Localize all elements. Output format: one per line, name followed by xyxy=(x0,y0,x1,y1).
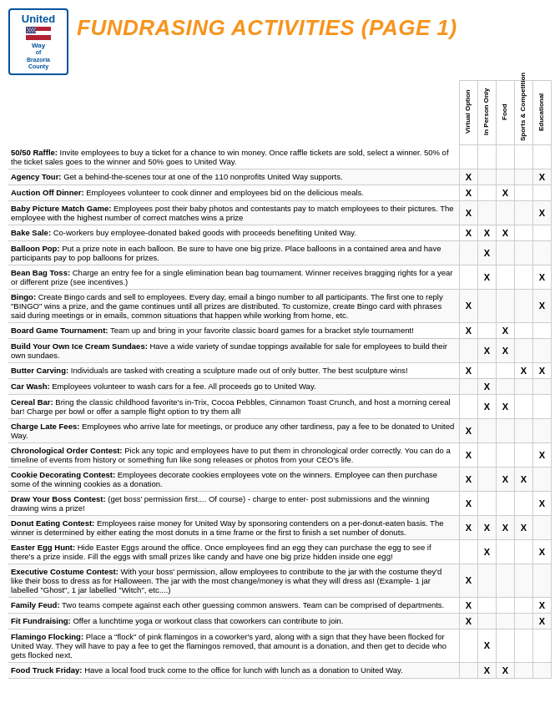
activity-cell: Family Feud: Two teams compete against e… xyxy=(8,597,460,613)
header: United xyxy=(8,8,552,75)
activity-title: Auction Off Dinner: xyxy=(11,188,84,197)
inperson-check xyxy=(478,597,497,613)
food-check: X xyxy=(497,185,515,200)
check-mark: X xyxy=(484,346,490,356)
inperson-check: X xyxy=(478,515,497,539)
svg-rect-3 xyxy=(26,35,51,40)
check-mark: X xyxy=(521,366,527,376)
table-row: Balloon Pop: Put a prize note in each ba… xyxy=(8,240,552,265)
educational-check xyxy=(533,515,552,539)
activity-desc: Co-workers buy employee-donated baked go… xyxy=(51,228,356,237)
activity-desc: Bring the classic childhood favorite's i… xyxy=(11,397,451,416)
virtual-check: X xyxy=(460,564,478,597)
activity-title: Baby Picture Match Game: xyxy=(11,204,111,213)
activity-desc: Create Bingo cards and sell to employees… xyxy=(11,292,443,320)
inperson-label: In Person Only xyxy=(483,83,491,141)
inperson-check xyxy=(478,491,497,515)
educational-check xyxy=(533,225,552,240)
svg-point-6 xyxy=(29,28,31,29)
food-check: X xyxy=(497,338,515,362)
educational-check xyxy=(533,564,552,597)
sports-check xyxy=(515,240,533,265)
food-label: Food xyxy=(502,83,509,141)
activity-cell: 50/50 Raffle: Invite employees to buy a … xyxy=(8,145,460,169)
activity-cell: Bingo: Create Bingo cards and sell to em… xyxy=(8,289,460,322)
svg-point-13 xyxy=(29,31,31,33)
activity-cell: Charge Late Fees: Employees who arrive l… xyxy=(8,418,460,442)
inperson-check xyxy=(478,185,497,200)
food-check xyxy=(497,613,515,629)
educational-check: X xyxy=(533,200,552,225)
educational-check: X xyxy=(533,442,552,467)
table-row: Auction Off Dinner: Employees volunteer … xyxy=(8,185,552,200)
sports-check xyxy=(515,169,533,185)
virtual-check xyxy=(460,539,478,564)
check-mark: X xyxy=(466,474,472,484)
food-check xyxy=(497,362,515,378)
check-mark: X xyxy=(466,188,472,198)
sports-check xyxy=(515,394,533,418)
inperson-check xyxy=(478,322,497,338)
inperson-check xyxy=(478,418,497,442)
sports-check xyxy=(515,564,533,597)
activity-desc: Team up and bring in your favorite class… xyxy=(108,326,413,335)
virtual-check xyxy=(460,145,478,169)
sports-check xyxy=(515,322,533,338)
sports-check: X xyxy=(515,467,533,491)
svg-point-12 xyxy=(27,31,28,33)
activity-cell: Cookie Decorating Contest: Employees dec… xyxy=(8,467,460,491)
inperson-check xyxy=(478,442,497,467)
check-mark: X xyxy=(466,616,472,626)
svg-point-9 xyxy=(28,29,30,31)
check-mark: X xyxy=(466,326,472,336)
activity-desc: Employees volunteer to cook dinner and e… xyxy=(84,188,364,197)
check-mark: X xyxy=(502,474,508,484)
check-mark: X xyxy=(484,640,490,650)
food-check xyxy=(497,145,515,169)
check-mark: X xyxy=(539,600,545,610)
sports-check xyxy=(515,225,533,240)
inperson-check: X xyxy=(478,394,497,418)
table-row: Fit Fundraising: Offer a lunchtime yoga … xyxy=(8,613,552,629)
check-mark: X xyxy=(502,188,508,198)
inperson-check: X xyxy=(478,225,497,240)
inperson-check xyxy=(478,613,497,629)
check-mark: X xyxy=(539,547,545,557)
inperson-check xyxy=(478,467,497,491)
check-mark: X xyxy=(466,208,472,218)
check-mark: X xyxy=(484,547,490,557)
activity-cell: Donut Eating Contest: Employees raise mo… xyxy=(8,515,460,539)
educational-check: X xyxy=(533,169,552,185)
table-row: Cookie Decorating Contest: Employees dec… xyxy=(8,467,552,491)
food-check xyxy=(497,442,515,467)
educational-check xyxy=(533,185,552,200)
check-mark: X xyxy=(466,575,472,585)
sports-check xyxy=(515,338,533,362)
check-mark: X xyxy=(502,665,508,675)
check-mark: X xyxy=(539,366,545,376)
table-row: Butter Carving: Individuals are tasked w… xyxy=(8,362,552,378)
activity-title: Family Feud: xyxy=(11,600,60,609)
virtual-check xyxy=(460,378,478,394)
virtual-check: X xyxy=(460,467,478,491)
educational-check xyxy=(533,418,552,442)
check-mark: X xyxy=(539,616,545,626)
educational-check xyxy=(533,467,552,491)
food-check xyxy=(497,491,515,515)
food-check xyxy=(497,265,515,289)
check-mark: X xyxy=(466,228,472,238)
table-row: Build Your Own Ice Cream Sundaes: Have a… xyxy=(8,338,552,362)
check-mark: X xyxy=(484,228,490,238)
activity-title: Draw Your Boss Contest: xyxy=(11,494,106,503)
inperson-check: X xyxy=(478,378,497,394)
table-row: Flamingo Flocking: Place a "flock" of pi… xyxy=(8,629,552,662)
virtual-check xyxy=(460,265,478,289)
virtual-col-header: Virtual Option xyxy=(460,81,478,145)
sports-check: X xyxy=(515,515,533,539)
table-row: Donut Eating Contest: Employees raise mo… xyxy=(8,515,552,539)
virtual-check: X xyxy=(460,322,478,338)
food-check xyxy=(497,539,515,564)
sports-check xyxy=(515,265,533,289)
check-mark: X xyxy=(466,301,472,311)
sports-check xyxy=(515,145,533,169)
